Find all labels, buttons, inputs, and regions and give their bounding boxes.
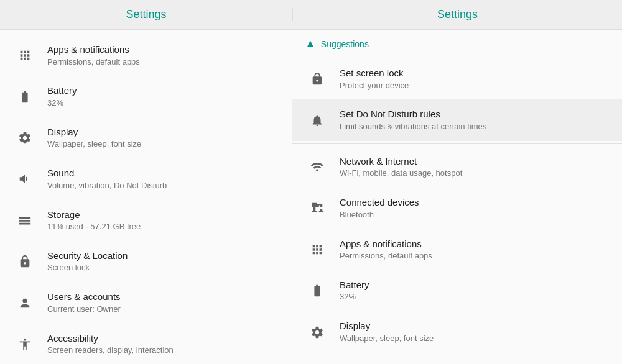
left-item-display[interactable]: Display Wallpaper, sleep, font size bbox=[0, 117, 292, 158]
left-apps-title: Apps & notifications bbox=[47, 43, 277, 56]
right-item-display[interactable]: Display Wallpaper, sleep, font size bbox=[292, 311, 622, 352]
right-screen-lock-title: Set screen lock bbox=[340, 67, 607, 80]
right-connected-title: Connected devices bbox=[340, 196, 607, 209]
right-apps-subtitle: Permissions, default apps bbox=[340, 251, 607, 262]
right-item-sound[interactable]: Sound Volume, vibration, Do Not Disturb bbox=[292, 353, 622, 364]
connected-devices-icon bbox=[307, 198, 327, 218]
left-battery-subtitle: 32% bbox=[47, 98, 277, 109]
apps-grid-icon bbox=[307, 240, 327, 260]
top-bar: Settings Settings bbox=[0, 0, 622, 30]
left-sound-subtitle: Volume, vibration, Do Not Disturb bbox=[47, 181, 277, 191]
left-accessibility-subtitle: Screen readers, display, interaction bbox=[47, 345, 277, 356]
left-battery-title: Battery bbox=[47, 84, 277, 97]
suggestions-label: Suggestions bbox=[321, 39, 369, 49]
right-sound-title: Sound bbox=[340, 362, 607, 364]
right-network-title: Network & Internet bbox=[340, 155, 607, 168]
left-storage-subtitle: 11% used - 57.21 GB free bbox=[47, 222, 277, 232]
left-display-subtitle: Wallpaper, sleep, font size bbox=[47, 139, 277, 150]
left-item-apps-notifications[interactable]: Apps & notifications Permissions, defaul… bbox=[0, 35, 292, 76]
left-security-title: Security & Location bbox=[47, 250, 277, 262]
left-display-title: Display bbox=[47, 126, 277, 139]
left-security-subtitle: Screen lock bbox=[47, 263, 277, 273]
right-panel: ▲ Suggestions Set screen lock Protect yo… bbox=[292, 30, 622, 364]
battery-right-icon bbox=[307, 281, 327, 301]
right-connected-subtitle: Bluetooth bbox=[340, 210, 607, 221]
left-users-title: Users & accounts bbox=[47, 291, 277, 303]
storage-icon bbox=[15, 211, 35, 230]
right-dnd-title: Set Do Not Disturb rules bbox=[340, 108, 607, 121]
left-item-users[interactable]: Users & accounts Current user: Owner bbox=[0, 282, 292, 323]
left-item-storage[interactable]: Storage 11% used - 57.21 GB free bbox=[0, 200, 292, 241]
right-item-set-screen-lock[interactable]: Set screen lock Protect your device bbox=[292, 58, 622, 99]
right-item-do-not-disturb[interactable]: Set Do Not Disturb rules Limit sounds & … bbox=[292, 99, 622, 140]
battery-icon bbox=[15, 87, 35, 107]
right-network-subtitle: Wi-Fi, mobile, data usage, hotspot bbox=[340, 168, 607, 179]
top-bar-right: Settings bbox=[292, 8, 622, 21]
right-screen-lock-subtitle: Protect your device bbox=[340, 81, 607, 91]
left-sound-title: Sound bbox=[47, 167, 277, 180]
right-item-network[interactable]: Network & Internet Wi-Fi, mobile, data u… bbox=[292, 147, 622, 188]
left-panel-title: Settings bbox=[126, 8, 166, 21]
grid-icon bbox=[15, 45, 35, 65]
right-item-apps[interactable]: Apps & notifications Permissions, defaul… bbox=[292, 229, 622, 270]
suggestions-header: ▲ Suggestions bbox=[292, 30, 622, 58]
left-item-accessibility[interactable]: Accessibility Screen readers, display, i… bbox=[0, 324, 292, 364]
left-users-subtitle: Current user: Owner bbox=[47, 304, 277, 315]
main-layout: Apps & notifications Permissions, defaul… bbox=[0, 30, 622, 364]
divider-suggestions bbox=[292, 143, 622, 144]
sound-icon bbox=[15, 169, 35, 189]
right-dnd-subtitle: Limit sounds & vibrations at certain tim… bbox=[340, 122, 607, 132]
right-apps-title: Apps & notifications bbox=[340, 238, 607, 250]
display-right-icon bbox=[307, 322, 327, 342]
right-display-title: Display bbox=[340, 320, 607, 332]
right-battery-subtitle: 32% bbox=[340, 292, 607, 303]
accessibility-icon bbox=[15, 334, 35, 354]
right-battery-title: Battery bbox=[340, 279, 607, 291]
bell-icon bbox=[307, 111, 327, 130]
chevron-up-icon[interactable]: ▲ bbox=[305, 37, 316, 50]
display-icon bbox=[15, 128, 35, 148]
right-display-subtitle: Wallpaper, sleep, font size bbox=[340, 334, 607, 344]
lock-suggestion-icon bbox=[307, 69, 327, 89]
left-storage-title: Storage bbox=[47, 209, 277, 221]
wifi-icon bbox=[307, 157, 327, 177]
top-bar-left: Settings bbox=[0, 8, 292, 21]
lock-icon bbox=[15, 252, 35, 271]
left-panel: Apps & notifications Permissions, defaul… bbox=[0, 30, 292, 364]
left-item-battery[interactable]: Battery 32% bbox=[0, 76, 292, 117]
left-item-sound[interactable]: Sound Volume, vibration, Do Not Disturb bbox=[0, 158, 292, 199]
right-item-connected[interactable]: Connected devices Bluetooth bbox=[292, 188, 622, 229]
left-accessibility-title: Accessibility bbox=[47, 332, 277, 345]
right-panel-title: Settings bbox=[437, 8, 478, 21]
left-item-security[interactable]: Security & Location Screen lock bbox=[0, 241, 292, 282]
user-icon bbox=[15, 293, 35, 313]
right-item-battery[interactable]: Battery 32% bbox=[292, 270, 622, 311]
left-apps-subtitle: Permissions, default apps bbox=[47, 57, 277, 68]
